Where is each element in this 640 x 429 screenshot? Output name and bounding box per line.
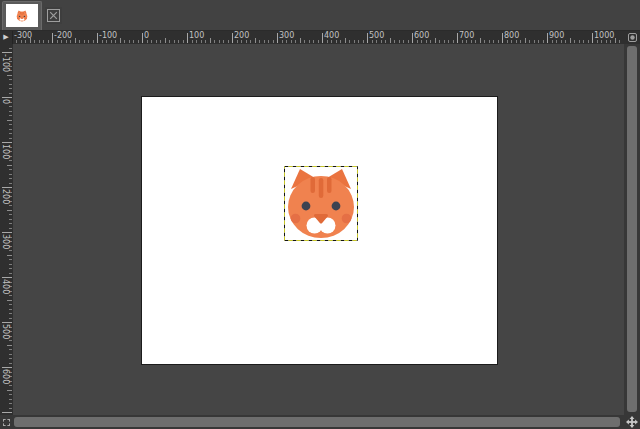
ruler-tick	[9, 309, 12, 310]
navigation-button[interactable]	[624, 415, 640, 429]
ruler-tick	[430, 40, 431, 43]
ruler-tick	[525, 38, 526, 43]
ruler-tick	[9, 394, 12, 395]
ruler-tick	[124, 40, 125, 43]
h-scrollbar[interactable]	[13, 415, 624, 429]
ruler-tick	[7, 75, 12, 76]
ruler-tick	[9, 295, 12, 296]
ruler-tick	[408, 40, 409, 43]
ruler-tick	[9, 223, 12, 224]
ruler-tick	[9, 259, 12, 260]
ruler-tick	[102, 40, 103, 43]
ruler-tick	[7, 390, 12, 391]
ruler-tick	[93, 40, 94, 43]
ruler-tick	[9, 48, 12, 49]
ruler-tick	[286, 40, 287, 43]
ruler-tick	[453, 40, 454, 43]
ruler-tick	[160, 40, 161, 43]
canvas-viewport[interactable]	[13, 44, 624, 415]
layer-boundary	[284, 166, 358, 241]
ruler-tick	[70, 40, 71, 43]
ruler-tick	[183, 40, 184, 43]
ruler-label: 900	[549, 32, 564, 40]
ruler-tick	[210, 38, 211, 43]
ruler-tick	[313, 40, 314, 43]
ruler-label: -200	[54, 32, 72, 40]
ruler-label: 500	[369, 32, 384, 40]
ruler-tick	[372, 40, 373, 43]
ruler-tick	[484, 40, 485, 43]
navigation-cross-icon	[626, 416, 638, 428]
ruler-tick	[426, 40, 427, 43]
ruler-tick	[9, 124, 12, 125]
ruler-tick	[2, 412, 12, 413]
tab-empty-image[interactable]	[45, 7, 62, 24]
v-scrollbar-thumb[interactable]	[627, 46, 637, 412]
ruler-tick	[21, 40, 22, 43]
ruler-corner-button[interactable]: ▶	[0, 31, 13, 44]
ruler-tick	[178, 40, 179, 43]
ruler-tick	[88, 40, 89, 43]
ruler-tick	[309, 40, 310, 43]
ruler-tick	[547, 33, 548, 43]
ruler-label: 300	[279, 32, 294, 40]
ruler-tick	[331, 40, 332, 43]
ruler-tick	[106, 40, 107, 43]
ruler-tick	[9, 178, 12, 179]
ruler-tick	[9, 174, 12, 175]
ruler-tick	[223, 40, 224, 43]
ruler-tick	[9, 129, 12, 130]
boxed-x-icon	[47, 9, 60, 22]
ruler-label: 700	[459, 32, 474, 40]
v-scrollbar[interactable]	[624, 44, 640, 415]
top-ruler[interactable]: -300-200-1000100200300400500600700800900…	[13, 31, 624, 44]
ruler-tick	[282, 40, 283, 43]
ruler-label: 300	[1, 234, 9, 249]
cat-thumbnail-icon	[16, 10, 28, 22]
ruler-tick	[9, 133, 12, 134]
ruler-label: 200	[1, 189, 9, 204]
ruler-tick	[300, 38, 301, 43]
ruler-tick	[619, 40, 620, 43]
ruler-tick	[9, 160, 12, 161]
ruler-tick	[187, 33, 188, 43]
ruler-tick	[421, 40, 422, 43]
ruler-tick	[565, 40, 566, 43]
ruler-tick	[457, 33, 458, 43]
ruler-tick	[192, 40, 193, 43]
ruler-tick	[9, 354, 12, 355]
ruler-tick	[403, 40, 404, 43]
zoom-follow-window-button[interactable]	[624, 31, 640, 44]
ruler-tick	[142, 33, 143, 43]
ruler-tick	[264, 40, 265, 43]
tab-cat-image[interactable]	[2, 1, 42, 30]
ruler-tick	[435, 38, 436, 43]
ruler-tick	[34, 40, 35, 43]
ruler-tick	[273, 40, 274, 43]
ruler-tick	[399, 40, 400, 43]
ruler-tick	[9, 106, 12, 107]
quick-mask-button[interactable]	[0, 415, 13, 429]
ruler-tick	[340, 40, 341, 43]
ruler-label: 400	[324, 32, 339, 40]
ruler-tick	[363, 40, 364, 43]
ruler-label: 100	[189, 32, 204, 40]
ruler-tick	[498, 40, 499, 43]
canvas[interactable]	[142, 97, 497, 364]
ruler-tick	[516, 40, 517, 43]
ruler-tick	[511, 40, 512, 43]
ruler-tick	[39, 40, 40, 43]
ruler-tick	[9, 219, 12, 220]
ruler-tick	[43, 40, 44, 43]
h-scrollbar-thumb[interactable]	[14, 417, 620, 427]
ruler-tick	[529, 40, 530, 43]
ruler-tick	[538, 40, 539, 43]
ruler-tick	[9, 273, 12, 274]
left-ruler[interactable]: -1000100200300400500600	[0, 44, 13, 415]
ruler-tick	[9, 318, 12, 319]
ruler-tick	[169, 40, 170, 43]
ruler-tick	[228, 40, 229, 43]
ruler-tick	[349, 40, 350, 43]
ruler-tick	[615, 38, 616, 43]
ruler-tick	[133, 40, 134, 43]
